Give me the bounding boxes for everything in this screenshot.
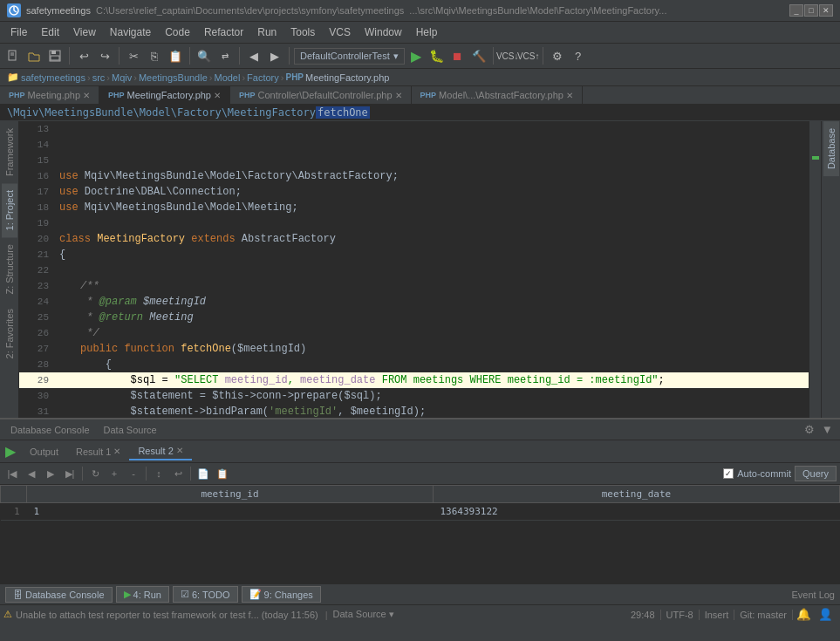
vcs-update-button[interactable]: VCS↓ [498,46,517,65]
cell-meeting-date[interactable]: 1364393122 [434,503,840,521]
vcs-commit-button[interactable]: VCS↑ [519,46,538,65]
insert-mode[interactable]: Insert [700,610,735,620]
paste-button[interactable]: 📋 [166,46,185,65]
breadcrumb-safetymeetings[interactable]: safetymeetings [21,72,85,83]
breadcrumb-factory[interactable]: Factory [247,72,279,83]
tab-result2-close[interactable]: ✕ [176,446,183,455]
tab-output[interactable]: Output [21,444,67,460]
tab-meetingfactory[interactable]: PHP MeetingFactory.php ✕ [99,86,230,104]
menu-run[interactable]: Run [250,24,283,41]
window-controls[interactable]: _ □ ✕ [789,4,833,17]
menu-navigate[interactable]: Navigate [103,24,158,41]
export-button[interactable]: 📄 [195,465,212,482]
avatar-button[interactable]: 👤 [815,608,837,621]
scroll-indicator[interactable] [809,121,821,418]
add-row-button[interactable]: + [106,465,123,482]
datasource-status[interactable]: Data Source ▾ [328,609,400,620]
vcs-status[interactable]: Git: master [734,610,793,620]
tab-abstractfactory[interactable]: PHP Model\...\AbstractFactory.php ✕ [412,86,583,104]
notifications-button[interactable]: 🔔 [793,608,815,621]
db-console-title[interactable]: Database Console [3,421,97,439]
run-panel-button[interactable]: ▶ 4: Run [116,586,169,603]
revert-button[interactable]: ↩ [169,465,187,482]
replace-button[interactable]: ⇄ [215,46,235,65]
tab-abstractfactory-close[interactable]: ✕ [566,91,573,100]
tab-result1[interactable]: Result 1 ✕ [67,444,129,460]
search-button[interactable]: 🔍 [195,46,214,65]
tab-defaultcontroller[interactable]: PHP Controller\DefaultController.php ✕ [230,86,412,104]
debug-button[interactable]: 🐛 [427,46,447,65]
todo-button[interactable]: ☑ 6: TODO [173,586,238,603]
sidebar-project[interactable]: 1: Project [2,183,17,237]
event-log-button[interactable]: Event Log [791,590,835,600]
auto-commit-checkbox[interactable]: ✓ [723,468,734,479]
breadcrumb-bundle[interactable]: MeetingsBundle [139,72,208,83]
table-row[interactable]: 1 1 1364393122 [1,503,840,521]
menu-edit[interactable]: Edit [34,24,66,41]
database-console-button[interactable]: 🗄 Database Console [5,587,113,603]
import-button[interactable]: 📋 [214,465,231,482]
sidebar-database[interactable]: Database [823,121,839,176]
breadcrumb-file[interactable]: MeetingFactory.php [305,72,389,83]
prev-page-button[interactable]: ◀ [23,465,40,482]
stop-button[interactable]: ⏹ [448,46,468,65]
menu-file[interactable]: File [3,24,34,41]
help-toolbar-button[interactable]: ? [569,46,588,65]
undo-button[interactable]: ↩ [74,46,93,65]
menu-code[interactable]: Code [158,24,197,41]
breadcrumb-item-root[interactable]: 📁 [7,72,19,83]
sidebar-favorites[interactable]: 2: Favorites [2,302,17,365]
tab-defaultcontroller-close[interactable]: ✕ [395,91,402,100]
datasource-title[interactable]: Data Source [97,421,164,439]
build-button[interactable]: 🔨 [469,46,488,65]
col-meeting-date[interactable]: meeting_date [434,486,840,503]
maximize-button[interactable]: □ [804,4,818,17]
save-button[interactable] [45,46,65,65]
close-button[interactable]: ✕ [819,4,833,17]
cut-button[interactable]: ✂ [124,46,143,65]
run-query-button[interactable]: ▶ [0,440,21,462]
menu-help[interactable]: Help [409,24,445,41]
minimize-button[interactable]: _ [789,4,803,17]
encoding-status[interactable]: UTF-8 [661,610,700,620]
minimize-panel-button[interactable]: ▼ [818,419,837,440]
breadcrumb-mqiv[interactable]: Mqiv [112,72,132,83]
sort-button[interactable]: ↕ [150,465,167,482]
menu-tools[interactable]: Tools [283,24,322,41]
tab-meeting[interactable]: PHP Meeting.php ✕ [0,86,99,104]
col-meeting-id[interactable]: meeting_id [27,486,434,503]
cell-meeting-id[interactable]: 1 [27,503,434,521]
settings-button[interactable]: ⚙ [548,46,567,65]
last-row-button[interactable]: ▶| [61,465,79,482]
menu-view[interactable]: View [66,24,103,41]
breadcrumb-src[interactable]: src [92,72,106,83]
first-row-button[interactable]: |◀ [3,465,21,482]
menu-vcs[interactable]: VCS [322,24,358,41]
breadcrumb-model[interactable]: Model [214,72,240,83]
new-file-button[interactable] [3,46,23,65]
sidebar-framework[interactable]: Framework [2,121,17,183]
back-button[interactable]: ◀ [244,46,263,65]
query-button[interactable]: Query [795,466,837,481]
changes-button[interactable]: 📝 9: Changes [242,586,321,603]
editor[interactable]: 13 14 15 16 use Mqiv\MeetingsBundle\Mode… [19,121,809,418]
forward-button[interactable]: ▶ [265,46,284,65]
copy-button[interactable]: ⎘ [145,46,164,65]
run-button[interactable]: ▶ [406,46,426,65]
delete-row-button[interactable]: - [125,465,142,482]
tab-result2[interactable]: Result 2 ✕ [129,443,191,460]
tab-result1-close[interactable]: ✕ [113,447,120,456]
open-file-button[interactable] [24,46,44,65]
sidebar-structure[interactable]: Z: Structure [2,237,17,301]
results-area[interactable]: meeting_id meeting_date 1 1 1364393122 [0,485,840,579]
cursor-position[interactable]: 29:48 [625,610,661,620]
run-config-selector[interactable]: DefaultControllerTest ▾ [294,48,405,65]
menu-refactor[interactable]: Refactor [197,24,250,41]
tab-meetingfactory-close[interactable]: ✕ [214,91,221,100]
settings-gear-button[interactable]: ⚙ [801,419,818,440]
tab-meeting-close[interactable]: ✕ [83,91,90,100]
next-page-button[interactable]: ▶ [42,465,59,482]
redo-button[interactable]: ↪ [95,46,114,65]
menu-window[interactable]: Window [358,24,409,41]
refresh-button[interactable]: ↻ [86,465,104,482]
